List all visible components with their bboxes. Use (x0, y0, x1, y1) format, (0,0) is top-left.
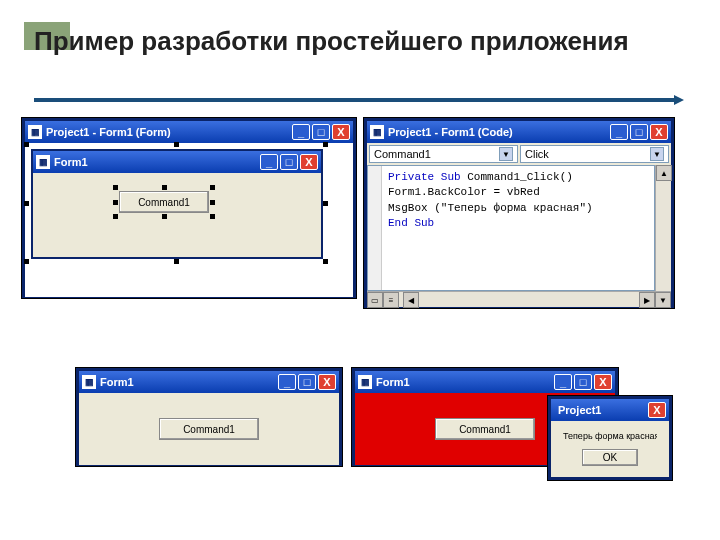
form-icon: ▦ (82, 375, 96, 389)
minimize-button[interactable]: _ (554, 374, 572, 390)
designer-inner-titlebar[interactable]: ▦ Form1 _ □ X (33, 151, 321, 173)
designer-outer-title: Project1 - Form1 (Form) (46, 126, 290, 138)
code-window: ▦ Project1 - Form1 (Code) _ □ X Command1… (364, 118, 674, 308)
msgbox-ok-button[interactable]: OK (582, 449, 638, 466)
vb-icon: ▦ (370, 125, 384, 139)
close-button[interactable]: X (594, 374, 612, 390)
vb-icon: ▦ (28, 125, 42, 139)
runtime-after-titlebar[interactable]: ▦ Form1 _ □ X (355, 371, 615, 393)
code-margin (368, 166, 382, 290)
title-underline (34, 98, 674, 102)
scroll-up-icon[interactable]: ▲ (656, 165, 672, 181)
designer-command-button-wrap: Command1 (119, 191, 209, 213)
msgbox-titlebar[interactable]: Project1 X (551, 399, 669, 421)
designer-command-button[interactable]: Command1 (119, 191, 209, 213)
minimize-button[interactable]: _ (278, 374, 296, 390)
code-editor[interactable]: Private Sub Command1_Click() Form1.BackC… (367, 165, 655, 291)
maximize-button[interactable]: □ (312, 124, 330, 140)
event-dropdown[interactable]: Click ▼ (520, 145, 669, 163)
close-button[interactable]: X (648, 402, 666, 418)
chevron-down-icon: ▼ (499, 147, 513, 161)
form-icon: ▦ (36, 155, 50, 169)
close-button[interactable]: X (318, 374, 336, 390)
event-dropdown-value: Click (525, 148, 549, 160)
close-button[interactable]: X (332, 124, 350, 140)
code-line-3: MsgBox ("Теперь форма красная") (388, 201, 648, 216)
form-icon: ▦ (358, 375, 372, 389)
runtime-before-title: Form1 (100, 376, 276, 388)
code-line-1: Private Sub Command1_Click() (388, 170, 648, 185)
object-dropdown-value: Command1 (374, 148, 431, 160)
view-full-icon[interactable]: ▭ (367, 292, 383, 308)
code-titlebar[interactable]: ▦ Project1 - Form1 (Code) _ □ X (367, 121, 671, 143)
code-line-4: End Sub (388, 216, 648, 231)
close-button[interactable]: X (650, 124, 668, 140)
msgbox-window: Project1 X Теперь форма красная OK (548, 396, 672, 480)
maximize-button[interactable]: □ (298, 374, 316, 390)
minimize-button[interactable]: _ (260, 154, 278, 170)
runtime-before-command-button[interactable]: Command1 (159, 418, 259, 440)
code-title: Project1 - Form1 (Code) (388, 126, 608, 138)
msgbox-title: Project1 (558, 404, 646, 416)
maximize-button[interactable]: □ (574, 374, 592, 390)
msgbox-text: Теперь форма красная (563, 431, 657, 441)
maximize-button[interactable]: □ (280, 154, 298, 170)
vertical-scrollbar[interactable]: ▲ (655, 165, 671, 291)
designer-inner-title: Form1 (54, 156, 258, 168)
close-button[interactable]: X (300, 154, 318, 170)
page-title: Пример разработки простейшего приложения (34, 26, 629, 57)
runtime-before-window: ▦ Form1 _ □ X Command1 (76, 368, 342, 466)
horizontal-scrollbar[interactable]: ▭ ≡ ◀ ▶ ▼ (367, 291, 671, 307)
view-proc-icon[interactable]: ≡ (383, 292, 399, 308)
code-line-2: Form1.BackColor = vbRed (388, 185, 648, 200)
runtime-before-titlebar[interactable]: ▦ Form1 _ □ X (79, 371, 339, 393)
maximize-button[interactable]: □ (630, 124, 648, 140)
scroll-left-icon[interactable]: ◀ (403, 292, 419, 308)
scroll-right-icon[interactable]: ▶ (639, 292, 655, 308)
runtime-after-command-button[interactable]: Command1 (435, 418, 535, 440)
chevron-down-icon: ▼ (650, 147, 664, 161)
designer-outer-titlebar[interactable]: ▦ Project1 - Form1 (Form) _ □ X (25, 121, 353, 143)
designer-outer-window: ▦ Project1 - Form1 (Form) _ □ X ▦ Form1 … (22, 118, 356, 298)
minimize-button[interactable]: _ (292, 124, 310, 140)
object-dropdown[interactable]: Command1 ▼ (369, 145, 518, 163)
scroll-down-icon[interactable]: ▼ (655, 292, 671, 308)
runtime-after-title: Form1 (376, 376, 552, 388)
designer-inner-window: ▦ Form1 _ □ X Command1 (31, 149, 323, 259)
minimize-button[interactable]: _ (610, 124, 628, 140)
